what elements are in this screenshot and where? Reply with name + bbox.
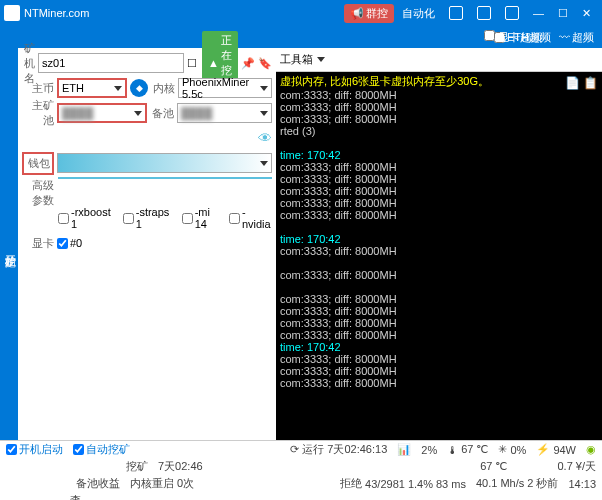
card-icon[interactable]: [499, 4, 525, 22]
wallet-label: 钱包: [22, 152, 54, 175]
maximize-button[interactable]: ☐: [552, 5, 574, 22]
right-panel: 工具箱 📄 📋 虚拟内存, 比如6张显卡虚拟内存至少30G。 com:3333;…: [276, 48, 602, 440]
console-line: [280, 281, 598, 293]
console-line: com:3333; diff: 8000MH: [280, 173, 598, 185]
console-actions[interactable]: 📄 📋: [565, 76, 598, 90]
power: ⚡94W: [536, 443, 576, 456]
eth-icon: ◆: [130, 79, 148, 97]
console-line: com:3333; diff: 8000MH: [280, 89, 598, 101]
console: 📄 📋 虚拟内存, 比如6张显卡虚拟内存至少30G。 com:3333; dif…: [276, 72, 602, 440]
console-warning: 虚拟内存, 比如6张显卡虚拟内存至少30G。: [280, 74, 598, 89]
opt-nvidia[interactable]: -nvidia: [229, 206, 272, 230]
console-line: com:3333; diff: 8000MH: [280, 305, 598, 317]
group-control-button[interactable]: 📢群控: [344, 4, 394, 23]
toolbox-caret[interactable]: [317, 57, 325, 62]
hashrate: 40.1 Mh/s 2 秒前: [476, 476, 559, 491]
console-line: com:3333; diff: 8000MH: [280, 245, 598, 257]
automine-checkbox[interactable]: 自动挖矿: [73, 442, 130, 457]
console-line: time: 170:42: [280, 149, 598, 161]
console-line: com:3333; diff: 8000MH: [280, 113, 598, 125]
bookmark-icon[interactable]: 🔖: [258, 57, 272, 70]
console-line: [280, 257, 598, 269]
coin-select[interactable]: ETH: [57, 78, 127, 98]
stats-icon[interactable]: 📊: [397, 443, 411, 456]
console-line: com:3333; diff: 8000MH: [280, 209, 598, 221]
boot-checkbox[interactable]: 开机启动: [6, 442, 63, 457]
clock-time: 14:13: [568, 478, 596, 490]
opt-rxboost[interactable]: -rxboost 1: [58, 206, 117, 230]
wallet-underline: [58, 177, 272, 179]
opt-mi[interactable]: -mi 14: [182, 206, 223, 230]
wallet-select[interactable]: [57, 153, 272, 173]
card-overclock-checkbox[interactable]: 显卡超频: [484, 30, 542, 45]
console-line: [280, 137, 598, 149]
kernel-label: 内核: [151, 81, 175, 96]
console-line: com:3333; diff: 8000MH: [280, 329, 598, 341]
console-line: time: 170:42: [280, 341, 598, 353]
pool2-select[interactable]: ████: [177, 103, 272, 123]
eye-icon[interactable]: 👁: [258, 130, 272, 146]
footer: 开机启动 自动挖矿 ⟳运行 7天02:46:13 📊 2% 🌡67 ℃ ✳0% …: [0, 440, 602, 500]
reject-stats: 拒绝 43/2981 1.4% 83 ms: [340, 476, 466, 491]
console-line: com:3333; diff: 8000MH: [280, 197, 598, 209]
console-line: com:3333; diff: 8000MH: [280, 365, 598, 377]
titlebar: NTMiner.com 📢群控 自动化 — ☐ ✕: [0, 0, 602, 26]
console-line: com:3333; diff: 8000MH: [280, 269, 598, 281]
close-button[interactable]: ✕: [576, 5, 597, 22]
console-line: com:3333; diff: 8000MH: [280, 377, 598, 389]
app-title: NTMiner.com: [24, 7, 343, 19]
pool-select[interactable]: ████: [57, 103, 147, 123]
view-income: 查看收益 0.0025979 ETH: [70, 493, 140, 500]
fan: ✳0%: [498, 443, 526, 456]
rate: 2%: [421, 444, 437, 456]
backup-income: 备池收益: [76, 476, 120, 491]
console-line: com:3333; diff: 8000MH: [280, 293, 598, 305]
gpu-label: 显卡: [22, 236, 54, 251]
kernel-select[interactable]: PhoenixMiner 5.5c: [178, 78, 272, 98]
console-line: rted (3): [280, 125, 598, 137]
app-logo: [4, 5, 20, 21]
gpu-checkbox[interactable]: #0: [57, 237, 82, 249]
console-line: com:3333; diff: 8000MH: [280, 353, 598, 365]
runtime: ⟳运行 7天02:46:13: [290, 442, 387, 457]
coin-label: 主币: [22, 81, 54, 96]
grid-icon[interactable]: [443, 4, 469, 22]
temperature: 🌡67 ℃: [447, 443, 488, 456]
opt-straps[interactable]: -straps 1: [123, 206, 176, 230]
machine-input[interactable]: [38, 53, 184, 73]
nvidia-icon: ◉: [586, 443, 596, 456]
config-panel: 矿机名 ☐ ▲正在挖矿 📌 🔖 主币 ETH ◆ 内核 PhoenixMiner…: [18, 48, 276, 440]
pool2-label: 备池: [150, 106, 174, 121]
console-line: time: 170:42: [280, 233, 598, 245]
toolbox-label: 工具箱: [280, 52, 313, 67]
sidebar-start-mining[interactable]: 开始挖矿: [0, 48, 18, 440]
console-line: com:3333; diff: 8000MH: [280, 317, 598, 329]
list-icon[interactable]: [471, 4, 497, 22]
overclock-button[interactable]: 〰超频: [559, 30, 594, 45]
console-line: [280, 221, 598, 233]
console-line: com:3333; diff: 8000MH: [280, 101, 598, 113]
automation-button[interactable]: 自动化: [396, 4, 441, 23]
pool-label: 主矿池: [22, 98, 54, 128]
adv-label: 高级参数: [22, 178, 54, 208]
console-line: com:3333; diff: 8000MH: [280, 161, 598, 173]
console-line: com:3333; diff: 8000MH: [280, 185, 598, 197]
minimize-button[interactable]: —: [527, 5, 550, 21]
kernel-restart: 内核重启 0次: [130, 476, 194, 491]
pin-icon[interactable]: 📌: [241, 57, 255, 70]
